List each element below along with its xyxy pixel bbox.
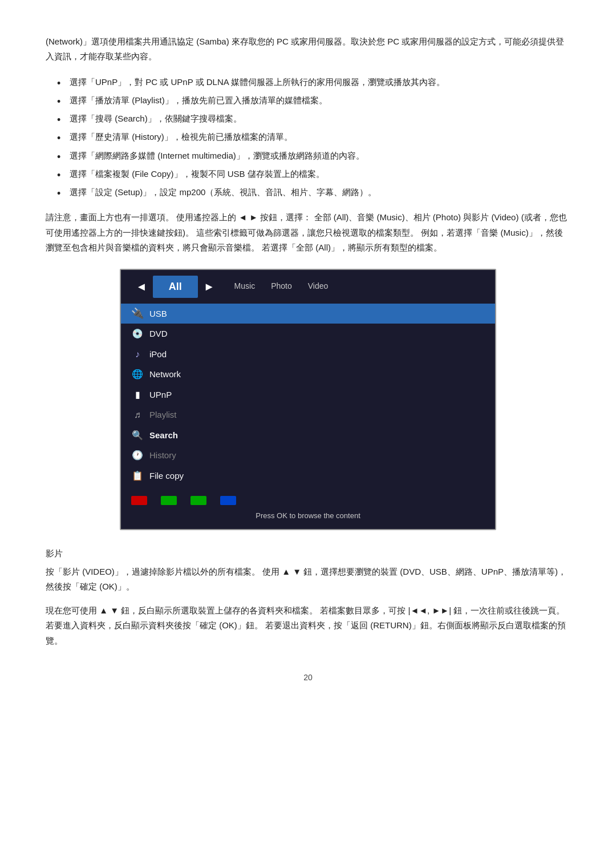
usb-label: USB (149, 306, 167, 321)
intro-paragraph: (Network)」選項使用檔案共用通訊協定 (Samba) 來存取您的 PC … (46, 34, 570, 64)
ui-status-bar: Press OK to browse the content (121, 507, 495, 529)
para3: 按「影片 (VIDEO)」，過濾掉除影片檔以外的所有檔案。 使用 ▲ ▼ 鈕，選… (46, 564, 570, 595)
ui-tab-video[interactable]: Video (308, 280, 329, 293)
ipod-icon: ♪ (131, 348, 144, 360)
nav-left-arrow[interactable]: ◄ (130, 276, 153, 297)
nav-right-arrow[interactable]: ► (198, 276, 221, 297)
para2: 請注意，畫面上方也有一排選項。 使用遙控器上的 ◄ ► 按鈕，選擇： 全部 (A… (46, 210, 570, 255)
menu-item-filecopy[interactable]: 📋File copy (121, 466, 495, 486)
all-tab[interactable]: All (153, 276, 198, 298)
history-icon: 🕐 (131, 449, 144, 462)
menu-item-history[interactable]: 🕐History (121, 445, 495, 466)
menu-item-upnp[interactable]: ▮UPnP (121, 385, 495, 405)
bullet-item: 選擇「歷史清單 (History)」，檢視先前已播放檔案的清單。 (57, 130, 570, 144)
search-icon: 🔍 (131, 429, 144, 441)
bullet-item: 選擇「網際網路多媒體 (Internet multimedia)」，瀏覽或播放網… (57, 148, 570, 163)
para4: 現在您可使用 ▲ ▼ 鈕，反白顯示所選取裝置上儲存的各資料夾和檔案。 若檔案數目… (46, 603, 570, 648)
network-label: Network (149, 367, 181, 382)
menu-item-usb[interactable]: 🔌USB (121, 304, 495, 324)
playlist-icon: ♬ (131, 409, 144, 421)
section-heading: 影片 (46, 546, 570, 561)
dvd-icon: 💿 (131, 328, 144, 340)
menu-item-ipod[interactable]: ♪iPod (121, 344, 495, 365)
dvd-label: DVD (149, 326, 168, 341)
search-label: Search (149, 428, 178, 443)
color-dot-1 (161, 496, 177, 505)
bullet-item: 選擇「檔案複製 (File Copy)」，複製不同 USB 儲存裝置上的檔案。 (57, 167, 570, 181)
filecopy-label: File copy (149, 469, 184, 483)
ui-tabs: MusicPhotoVideo (234, 280, 329, 293)
ui-top-bar: ◄ All ► MusicPhotoVideo (121, 270, 495, 300)
upnp-label: UPnP (149, 387, 172, 402)
ui-tab-photo[interactable]: Photo (271, 280, 292, 293)
color-dot-2 (191, 496, 206, 505)
bullet-item: 選擇「搜尋 (Search)」，依關鍵字搜尋檔案。 (57, 111, 570, 126)
ui-screenshot: ◄ All ► MusicPhotoVideo 🔌USB💿DVD♪iPod🌐Ne… (120, 269, 496, 530)
page-number: 20 (46, 671, 570, 685)
bullet-item: 選擇「UPnP」，對 PC 或 UPnP 或 DLNA 媒體伺服器上所執行的家用… (57, 75, 570, 90)
bullet-item: 選擇「播放清單 (Playlist)」，播放先前已置入播放清單的媒體檔案。 (57, 93, 570, 108)
upnp-icon: ▮ (131, 388, 144, 401)
ipod-label: iPod (149, 347, 167, 362)
menu-item-network[interactable]: 🌐Network (121, 364, 495, 385)
menu-item-playlist[interactable]: ♬Playlist (121, 405, 495, 425)
ui-tab-music[interactable]: Music (234, 280, 256, 293)
menu-item-search[interactable]: 🔍Search (121, 425, 495, 446)
ui-menu-body: 🔌USB💿DVD♪iPod🌐Network▮UPnP♬Playlist🔍Sear… (121, 300, 495, 492)
bullet-list: 選擇「UPnP」，對 PC 或 UPnP 或 DLNA 媒體伺服器上所執行的家用… (57, 75, 570, 200)
network-icon: 🌐 (131, 368, 144, 381)
color-dot-0 (131, 496, 147, 505)
usb-icon: 🔌 (131, 307, 144, 320)
bullet-item: 選擇「設定 (Setup)」，設定 mp200（系統、視訊、音訊、相片、字幕、網… (57, 185, 570, 200)
menu-item-dvd[interactable]: 💿DVD (121, 324, 495, 344)
color-dot-3 (220, 496, 236, 505)
playlist-label: Playlist (149, 407, 177, 422)
ui-bottom-row (121, 491, 495, 507)
filecopy-icon: 📋 (131, 469, 144, 482)
history-label: History (149, 448, 176, 463)
